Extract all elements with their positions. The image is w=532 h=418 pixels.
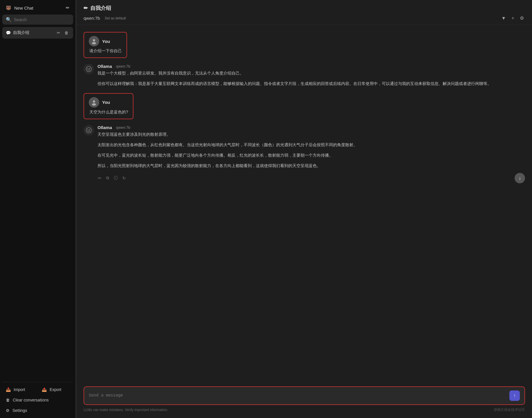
ollama-avatar-2 — [84, 125, 94, 135]
message-header-3: You — [89, 97, 128, 108]
disclaimer-row: LLMs can make mistakes. Verify important… — [84, 407, 525, 412]
new-chat-label: New Chat — [14, 6, 33, 10]
input-box: ↑ — [84, 386, 525, 405]
ai-sender-name-1: Ollama — [97, 64, 112, 69]
ai-para-1-2: 但你可以这样理解我：我是基于大量互联网文本训练而成的语言模型，能够根据输入的问题… — [97, 80, 525, 87]
user-message-block-2: You 天空为什么是蓝色的? — [84, 93, 133, 119]
clear-icon: 🗑 — [6, 398, 10, 402]
disclaimer-text: LLMs can make mistakes. Verify important… — [84, 408, 168, 412]
user-message-text-1: 请介绍一下你自己 — [89, 48, 122, 54]
ai-para-2-2: 太阳发出的光包含各种颜色，从红色到紫色都有。当这些光射向地球的大气层时，不同波长… — [97, 142, 525, 149]
chat-item-delete-button[interactable]: 🗑 — [63, 30, 70, 36]
svg-point-8 — [88, 130, 88, 131]
search-icon: 🔍 — [6, 17, 12, 22]
model-add-button[interactable]: ＋ — [509, 14, 516, 22]
export-icon: 📤 — [42, 387, 47, 392]
set-default-button[interactable]: Set as default — [105, 16, 126, 20]
search-input[interactable] — [14, 17, 70, 22]
user-message-text-2: 天空为什么是蓝色的? — [89, 109, 128, 115]
message-3: You 天空为什么是蓝色的? — [84, 93, 525, 119]
chat-item-edit-button[interactable]: ✏ — [56, 30, 61, 36]
user-avatar-2 — [89, 97, 99, 108]
ai-sender-model-1: qwen:7b — [116, 64, 130, 68]
edit-title-icon[interactable]: ✏ — [84, 5, 88, 11]
ai-message-block-2: Ollama qwen:7b 天空呈现蓝色主要涉及到光的散射原理。 太阳发出的光… — [84, 125, 525, 183]
ai-message-header-2: Ollama qwen:7b — [97, 125, 525, 130]
ai-para-2-3: 在可见光中，蓝光的波长短，散射能力强，能更广泛地向各个方向传播。相反，红光的波长… — [97, 152, 525, 159]
svg-point-5 — [93, 100, 95, 103]
svg-point-4 — [89, 68, 90, 69]
chat-bubble-icon: 💬 — [6, 30, 11, 35]
model-left: qwen:7b Set as default — [84, 16, 126, 21]
chat-item-actions: ✏ 🗑 — [56, 30, 70, 36]
import-export-row: 📥 Import 📤 Export — [2, 384, 73, 395]
ai-message-block-1: Ollama qwen:7b 我是一个大模型，由阿里云研发。我并没有自我意识，无… — [84, 64, 525, 87]
svg-point-1 — [92, 42, 96, 44]
sidebar-item-ziwojieshao[interactable]: 💬 自我介绍 ✏ 🗑 — [2, 27, 73, 39]
refresh-message-button[interactable]: ↻ — [122, 175, 126, 181]
svg-point-3 — [88, 68, 88, 69]
ollama-avatar-1 — [84, 64, 94, 74]
svg-point-0 — [93, 39, 95, 41]
message-header-1: You — [89, 36, 122, 46]
ai-para-2-4: 所以，当阳光照射到地球的大气层时，蓝光因为较强的散射能力，在各方向上都能看到，这… — [97, 162, 525, 169]
user-sender-name-1: You — [102, 39, 110, 44]
chat-header: ✏ 自我介绍 qwen:7b Set as default ▼ ＋ ⚙ — [77, 0, 532, 25]
chat-icon: 🐻 — [6, 5, 11, 10]
sidebar-bottom: 📥 Import 📤 Export 🗑 Clear conversations … — [2, 382, 73, 416]
svg-point-9 — [89, 130, 90, 131]
user-avatar-1 — [89, 36, 99, 46]
message-4: Ollama qwen:7b 天空呈现蓝色主要涉及到光的散射原理。 太阳发出的光… — [84, 125, 525, 183]
new-chat-edit-icon: ✏ — [66, 5, 70, 10]
message-actions: ✏ ⧉ ⓘ ↻ ↓ — [97, 173, 525, 183]
clear-conversations-button[interactable]: 🗑 Clear conversations — [2, 395, 73, 405]
new-chat-button[interactable]: 🐻 New Chat ✏ — [2, 2, 73, 13]
chat-item-left: 💬 自我介绍 — [6, 30, 29, 35]
ai-sender-model-2: qwen:7b — [116, 125, 130, 130]
main-content: ✏ 自我介绍 qwen:7b Set as default ▼ ＋ ⚙ — [77, 0, 532, 418]
ai-message-content-1: Ollama qwen:7b 我是一个大模型，由阿里云研发。我并没有自我意识，无… — [97, 64, 525, 87]
model-dropdown-button[interactable]: ▼ — [500, 15, 507, 22]
messages-container: You 请介绍一下你自己 Ollama — [77, 25, 532, 383]
sidebar-top: 🐻 New Chat ✏ 🔍 💬 自我介绍 ✏ 🗑 — [2, 2, 73, 382]
model-name: qwen:7b — [84, 16, 100, 21]
export-label: Export — [50, 387, 61, 392]
ai-para-2-1: 天空呈现蓝色主要涉及到光的散射原理。 — [97, 131, 525, 138]
settings-button[interactable]: ⚙ Settings — [2, 405, 73, 416]
ai-para-1-1: 我是一个大模型，由阿里云研发。我并没有自我意识，无法从个人角度介绍自己。 — [97, 70, 525, 77]
svg-point-6 — [92, 103, 96, 106]
edit-message-button[interactable]: ✏ — [97, 175, 102, 181]
search-bar[interactable]: 🔍 — [2, 15, 73, 25]
chat-title: 自我介绍 — [90, 5, 111, 12]
model-actions: ▼ ＋ ⚙ — [500, 14, 525, 22]
info-message-button[interactable]: ⓘ — [113, 175, 118, 181]
settings-icon: ⚙ — [6, 408, 10, 413]
message-1: You 请介绍一下你自己 — [84, 32, 525, 58]
chat-item-label: 自我介绍 — [13, 30, 29, 35]
import-button[interactable]: 📥 Import — [2, 384, 37, 395]
clear-label: Clear conversations — [13, 398, 49, 402]
new-chat-left: 🐻 New Chat — [6, 5, 33, 10]
message-2: Ollama qwen:7b 我是一个大模型，由阿里云研发。我并没有自我意识，无… — [84, 64, 525, 87]
copy-message-button[interactable]: ⧉ — [106, 175, 110, 181]
model-settings-button[interactable]: ⚙ — [519, 14, 525, 22]
disclaimer-right: @杨主搞金技术社区 — [494, 407, 525, 412]
scroll-down-button[interactable]: ↓ — [515, 173, 525, 183]
import-icon: 📥 — [6, 387, 11, 392]
ai-message-header-1: Ollama qwen:7b — [97, 64, 525, 69]
svg-point-2 — [86, 66, 91, 72]
settings-label: Settings — [12, 408, 27, 413]
chat-title-row: ✏ 自我介绍 — [84, 5, 525, 12]
message-input[interactable] — [89, 392, 507, 399]
export-button[interactable]: 📤 Export — [38, 384, 73, 395]
ai-sender-name-2: Ollama — [97, 125, 112, 130]
user-message-block-1: You 请介绍一下你自己 — [84, 32, 127, 58]
sidebar: 🐻 New Chat ✏ 🔍 💬 自我介绍 ✏ 🗑 📥 — [0, 0, 75, 418]
svg-point-7 — [86, 128, 91, 133]
send-button[interactable]: ↑ — [509, 390, 520, 401]
ai-message-content-2: Ollama qwen:7b 天空呈现蓝色主要涉及到光的散射原理。 太阳发出的光… — [97, 125, 525, 183]
model-row: qwen:7b Set as default ▼ ＋ ⚙ — [84, 14, 525, 22]
user-sender-name-2: You — [102, 100, 110, 105]
input-area: ↑ LLMs can make mistakes. Verify importa… — [77, 383, 532, 418]
import-label: Import — [14, 387, 25, 392]
